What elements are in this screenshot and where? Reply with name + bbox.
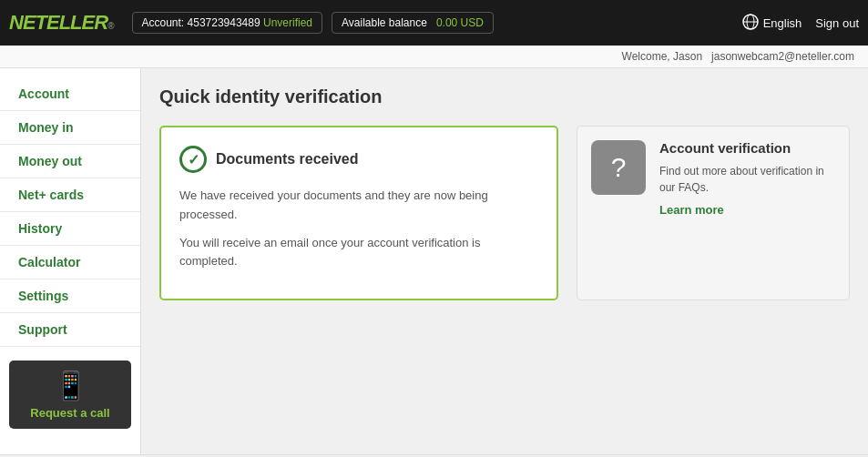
- globe-icon: [742, 14, 759, 33]
- phone-icon: 📱: [18, 370, 122, 401]
- layout: Account Money in Money out Net+ cards Hi…: [0, 68, 868, 454]
- docs-body-line2: You will receive an email once your acco…: [179, 234, 538, 272]
- sidebar-item-net-cards[interactable]: Net+ cards: [0, 178, 140, 212]
- sidebar-item-account[interactable]: Account: [0, 77, 140, 111]
- question-icon: ?: [591, 140, 646, 195]
- promo-label: Request a call: [18, 406, 122, 420]
- account-status: Unverified: [263, 16, 312, 29]
- header: NETELLER® Account: 453723943489 Unverifi…: [0, 0, 868, 46]
- docs-header: ✓ Documents received: [179, 146, 538, 173]
- sidebar-item-settings[interactable]: Settings: [0, 279, 140, 313]
- content-area: ✓ Documents received We have received yo…: [159, 126, 850, 300]
- docs-body: We have received your documents and they…: [179, 187, 538, 271]
- documents-box: ✓ Documents received We have received yo…: [159, 126, 558, 300]
- account-badge: Account: 453723943489 Unverified: [132, 12, 323, 34]
- language-selector[interactable]: English: [742, 14, 802, 33]
- verify-desc: Find out more about verification in our …: [659, 163, 835, 196]
- sidebar-item-calculator[interactable]: Calculator: [0, 246, 140, 279]
- header-right: English Sign out: [742, 14, 859, 33]
- logo: NETELLER®: [9, 11, 114, 35]
- verify-title: Account verification: [659, 140, 835, 156]
- user-bar: Welcome, Jason jasonwebcam2@neteller.com: [0, 46, 868, 68]
- sign-out-button[interactable]: Sign out: [815, 16, 859, 30]
- balance-badge: Available balance 0.00 USD: [332, 12, 494, 34]
- sidebar-item-money-out[interactable]: Money out: [0, 145, 140, 178]
- welcome-text: Welcome, Jason: [622, 50, 702, 63]
- balance-value: 0.00 USD: [436, 16, 484, 29]
- user-email: jasonwebcam2@neteller.com: [711, 50, 854, 63]
- main-content: Quick identity verification ✓ Documents …: [141, 68, 868, 454]
- sidebar-promo[interactable]: 📱 Request a call: [9, 361, 131, 429]
- sidebar-item-history[interactable]: History: [0, 212, 140, 246]
- check-circle-icon: ✓: [179, 146, 207, 173]
- page-title: Quick identity verification: [159, 86, 850, 107]
- logo-text: NETELLER: [9, 11, 107, 34]
- docs-body-line1: We have received your documents and they…: [179, 187, 538, 225]
- balance-label: Available balance: [342, 16, 427, 29]
- verify-content: Account verification Find out more about…: [659, 140, 835, 217]
- docs-title: Documents received: [216, 151, 359, 168]
- learn-more-link[interactable]: Learn more: [659, 203, 835, 217]
- account-number: 453723943489: [188, 16, 260, 29]
- language-label: English: [763, 16, 802, 30]
- sidebar: Account Money in Money out Net+ cards Hi…: [0, 68, 141, 454]
- sidebar-item-support[interactable]: Support: [0, 313, 140, 347]
- account-label: Account:: [142, 16, 185, 29]
- verification-box: ? Account verification Find out more abo…: [577, 126, 850, 300]
- sidebar-item-money-in[interactable]: Money in: [0, 111, 140, 145]
